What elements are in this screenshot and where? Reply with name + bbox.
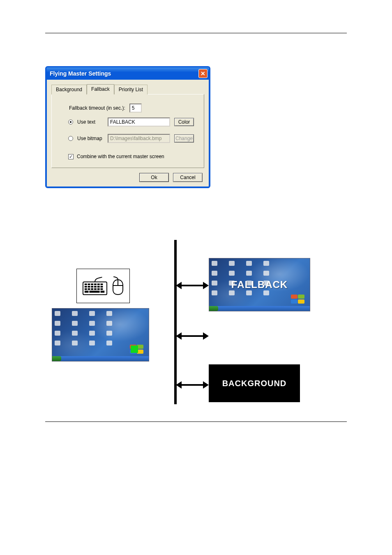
fallback-timeout-label: Fallback timeout (in sec.): — [69, 105, 125, 111]
svg-rect-5 — [97, 283, 100, 285]
svg-rect-21 — [101, 291, 105, 293]
header-rule — [45, 33, 347, 33]
svg-rect-8 — [88, 286, 90, 288]
fallback-screen-thumb: FALLBACK — [209, 258, 310, 311]
svg-rect-20 — [89, 291, 99, 293]
keyboard-icon — [82, 276, 108, 296]
use-text-label: Use text — [77, 119, 104, 125]
svg-rect-19 — [85, 291, 89, 293]
close-button[interactable]: ✕ — [198, 69, 208, 78]
use-text-radio[interactable] — [68, 120, 73, 124]
master-screen-thumb — [52, 308, 149, 362]
svg-rect-15 — [91, 288, 93, 290]
background-screen-thumb: BACKGROUND — [209, 364, 300, 402]
change-button: Change — [174, 134, 194, 143]
flying-master-settings-window: Flying Master Settings ✕ Background Fall… — [45, 66, 210, 188]
background-box-text: BACKGROUND — [222, 379, 287, 388]
arrow-background — [176, 381, 209, 389]
ok-button[interactable]: Ok — [139, 173, 169, 182]
tab-fallback[interactable]: Fallback — [87, 84, 114, 94]
svg-rect-6 — [101, 283, 103, 285]
tab-priority-list[interactable]: Priority List — [114, 85, 148, 94]
svg-rect-14 — [88, 288, 90, 290]
window-title: Flying Master Settings — [50, 70, 111, 77]
tab-panel-fallback: Fallback timeout (in sec.): Use text Col… — [51, 94, 204, 168]
svg-rect-12 — [101, 286, 103, 288]
svg-rect-11 — [97, 286, 100, 288]
tab-strip: Background Fallback Priority List — [51, 84, 204, 94]
input-devices-box — [76, 269, 130, 303]
use-bitmap-radio[interactable] — [68, 136, 73, 141]
mouse-icon — [112, 276, 124, 295]
fallback-timeout-input[interactable] — [129, 104, 142, 113]
svg-rect-7 — [85, 286, 87, 288]
use-bitmap-input — [108, 134, 170, 143]
svg-rect-17 — [97, 288, 100, 290]
color-button[interactable]: Color — [174, 118, 194, 126]
close-icon: ✕ — [201, 70, 205, 77]
svg-rect-1 — [85, 283, 87, 285]
arrow-fallback — [176, 282, 209, 289]
arrow-master — [176, 332, 209, 340]
use-bitmap-label: Use bitmap — [77, 136, 104, 141]
vertical-divider — [174, 240, 177, 404]
titlebar[interactable]: Flying Master Settings ✕ — [46, 67, 209, 80]
svg-rect-18 — [101, 288, 103, 290]
tab-background[interactable]: Background — [51, 85, 87, 94]
fallback-diagram: FALLBACK BACKGROUND — [45, 246, 347, 418]
fallback-overlay-text: FALLBACK — [209, 258, 310, 311]
use-text-input[interactable] — [108, 117, 170, 127]
combine-checkbox[interactable]: ✓ — [68, 154, 74, 159]
svg-rect-9 — [91, 286, 93, 288]
svg-rect-10 — [94, 286, 97, 288]
cancel-button[interactable]: Cancel — [173, 173, 203, 182]
svg-rect-3 — [91, 283, 93, 285]
svg-rect-13 — [85, 288, 87, 290]
svg-rect-4 — [94, 283, 97, 285]
svg-rect-16 — [94, 288, 97, 290]
svg-rect-2 — [88, 283, 90, 285]
combine-label: Combine with the current master screen — [77, 154, 164, 159]
